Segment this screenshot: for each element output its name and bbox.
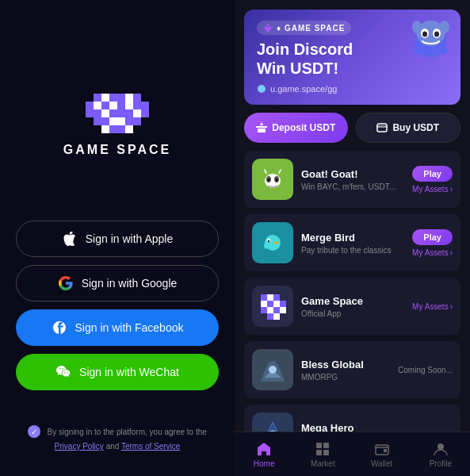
game-item-bless: Bless Global MMORPG Coming Soon... — [244, 341, 460, 398]
google-btn-label: Sign in with Google — [82, 277, 178, 290]
buy-icon — [376, 122, 388, 133]
svg-point-37 — [422, 32, 427, 37]
google-icon — [58, 275, 74, 291]
svg-rect-2 — [109, 94, 117, 102]
game-item-gamespace: Game Space Official App My Assets › — [244, 278, 460, 335]
game-name-mega: Mega Hero — [301, 422, 445, 432]
logo-icon — [86, 86, 149, 133]
svg-point-40 — [440, 21, 449, 33]
wechat-icon — [55, 364, 71, 380]
bless-art — [257, 354, 288, 386]
game-thumb-mergebird — [252, 222, 293, 263]
svg-rect-3 — [117, 94, 125, 102]
play-mergebird-button[interactable]: Play — [412, 229, 453, 245]
game-info-mergebird: Merge Bird Pay tribute to the classics — [301, 232, 404, 255]
svg-rect-56 — [267, 294, 273, 301]
svg-point-69 — [269, 366, 277, 374]
games-list: Goat! Goat! Win BAYC, m'fers, USDT... Pl… — [235, 151, 470, 432]
coming-soon-bless: Coming Soon... — [398, 366, 453, 374]
diamond-icon — [263, 23, 273, 33]
privacy-link[interactable]: Privacy Policy — [55, 442, 104, 451]
game-thumb-gamespace — [252, 286, 293, 327]
nav-home[interactable]: Home — [235, 432, 293, 476]
terms-area: By signing in to the platform, you agree… — [16, 424, 219, 452]
game-desc-mergebird: Pay tribute to the classics — [301, 246, 404, 255]
play-goat-button[interactable]: Play — [412, 166, 453, 182]
svg-point-48 — [276, 178, 278, 182]
game-info-gamespace: Game Space Official App — [301, 295, 404, 318]
facebook-btn-label: Sign in with Facebook — [75, 321, 184, 334]
svg-rect-11 — [125, 102, 133, 109]
wechat-signin-button[interactable]: Sign in with WeChat — [16, 354, 219, 390]
svg-rect-42 — [376, 125, 388, 128]
left-panel: GAME SPACE Sign in with Apple — [0, 0, 235, 476]
deposit-icon — [256, 122, 267, 133]
game-name-goat: Goat! Goat! — [301, 168, 404, 180]
my-assets-goat[interactable]: My Assets › — [412, 185, 453, 194]
game-item-goat: Goat! Goat! Win BAYC, m'fers, USDT... Pl… — [244, 151, 460, 208]
game-name-mergebird: Merge Bird — [301, 232, 404, 244]
svg-rect-77 — [323, 450, 329, 455]
bottom-nav: Home Market Wallet — [235, 432, 470, 476]
svg-rect-75 — [323, 443, 329, 448]
banner-subtitle: u.game.space/gg — [257, 84, 448, 94]
game-name-bless: Bless Global — [301, 359, 390, 370]
svg-rect-4 — [125, 94, 133, 102]
svg-rect-57 — [273, 294, 280, 301]
svg-rect-58 — [261, 301, 267, 307]
banner[interactable]: ♦ GAME SPACE Join Discord Win USDT! u.ga… — [244, 10, 460, 105]
banner-tag: ♦ GAME SPACE — [257, 21, 351, 35]
discord-mascot — [409, 17, 453, 61]
right-panel: ♦ GAME SPACE Join Discord Win USDT! u.ga… — [235, 0, 470, 476]
svg-rect-22 — [94, 117, 101, 125]
game-item-mergebird: Merge Bird Pay tribute to the classics P… — [244, 214, 460, 271]
game-item-mega: Mega Hero Action RPG — [244, 405, 460, 432]
apple-signin-button[interactable]: Sign in with Apple — [16, 221, 219, 257]
svg-rect-5 — [133, 94, 141, 102]
nav-wallet[interactable]: Wallet — [353, 432, 411, 476]
profile-label: Profile — [430, 459, 452, 468]
svg-point-52 — [268, 240, 269, 243]
svg-rect-9 — [109, 102, 117, 109]
game-action-gamespace: My Assets › — [412, 302, 453, 311]
check-icon — [28, 425, 40, 438]
game-info-bless: Bless Global MMORPG — [301, 359, 390, 382]
svg-rect-65 — [280, 307, 286, 313]
svg-rect-13 — [141, 102, 149, 109]
svg-rect-62 — [261, 307, 267, 313]
svg-rect-17 — [109, 109, 117, 117]
svg-rect-14 — [86, 109, 94, 117]
game-desc-goat: Win BAYC, m'fers, USDT... — [301, 182, 404, 191]
market-label: Market — [311, 459, 335, 468]
game-desc-bless: MMORPG — [301, 373, 390, 382]
facebook-signin-button[interactable]: Sign in with Facebook — [16, 309, 219, 346]
svg-point-39 — [412, 21, 422, 33]
wechat-btn-label: Sign in with WeChat — [79, 366, 179, 378]
google-signin-button[interactable]: Sign in with Google — [16, 265, 219, 301]
mergebird-game-art — [257, 227, 288, 259]
svg-rect-26 — [125, 117, 133, 125]
apple-icon — [62, 231, 78, 247]
my-assets-gamespace[interactable]: My Assets › — [412, 302, 453, 311]
svg-rect-27 — [133, 117, 141, 125]
svg-rect-0 — [94, 94, 101, 102]
svg-point-38 — [434, 32, 439, 37]
nav-profile[interactable]: Profile — [411, 432, 470, 476]
facebook-icon — [52, 320, 67, 336]
svg-rect-18 — [117, 109, 125, 117]
gamespace-art — [257, 290, 288, 322]
svg-rect-6 — [86, 102, 94, 109]
home-icon — [256, 441, 272, 457]
svg-rect-21 — [141, 109, 149, 117]
game-desc-gamespace: Official App — [301, 309, 404, 318]
home-label: Home — [254, 459, 275, 468]
buy-button[interactable]: Buy USDT — [356, 113, 461, 143]
deposit-button[interactable]: Deposit USDT — [244, 113, 348, 143]
svg-rect-12 — [133, 102, 141, 109]
svg-rect-31 — [125, 125, 133, 133]
terms-link[interactable]: Terms of Service — [121, 442, 180, 451]
my-assets-mergebird[interactable]: My Assets › — [412, 248, 453, 257]
svg-rect-10 — [117, 102, 125, 109]
svg-rect-59 — [267, 301, 273, 307]
nav-market[interactable]: Market — [293, 432, 352, 476]
